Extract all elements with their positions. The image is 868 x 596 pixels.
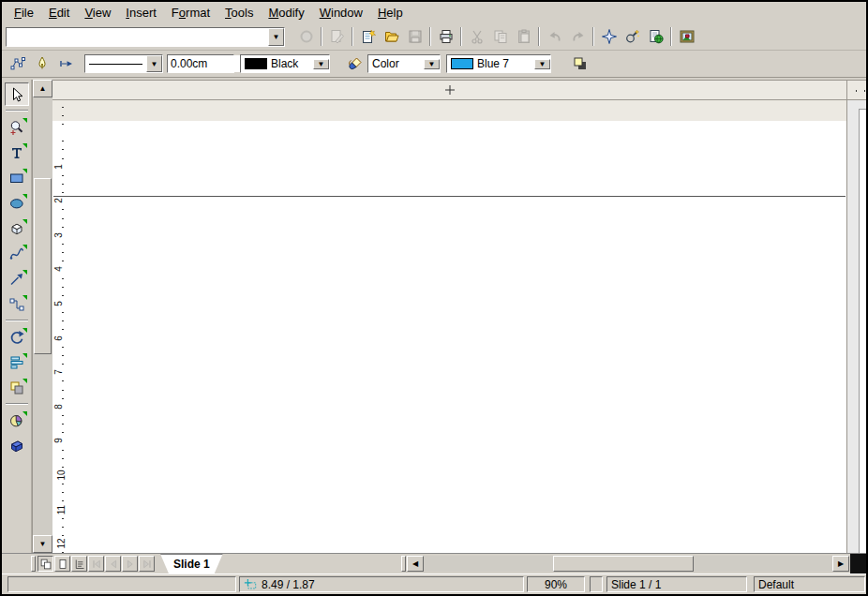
tool-ellipse-button[interactable] [5,191,29,215]
area-fill-button[interactable] [343,52,367,75]
load-url-dropdown-button[interactable]: ▼ [268,28,284,46]
line-style-dropdown-button[interactable]: ▼ [146,55,162,72]
scrollbar-splitter[interactable] [401,556,406,572]
submenu-flag [22,245,27,249]
area-style-dropdown-button[interactable]: ▼ [424,59,440,69]
area-style-combo[interactable]: Color ▼ [367,54,441,73]
toolbox-separator [6,403,28,405]
toolbox-separator [6,320,28,321]
shadow-button[interactable] [568,52,591,75]
load-url-combo[interactable]: ▼ [6,27,285,47]
ruler-origin-corner[interactable] [52,80,847,100]
area-color-combo[interactable]: Blue 7 ▼ [446,54,551,73]
arrow-style-button[interactable] [54,52,78,75]
horizontal-scroll-thumb[interactable] [553,556,694,572]
tool-zoom-button[interactable] [5,115,29,139]
print-button[interactable] [434,25,457,48]
gallery-button[interactable] [675,25,698,48]
scroll-up-button[interactable]: ▲ [33,80,52,97]
last-slide-button [139,556,155,572]
tool-connector-button[interactable] [5,292,29,316]
status-zoom-field[interactable]: 90% [527,576,585,592]
tool-insert-button[interactable] [5,409,29,432]
view-master-button[interactable] [54,556,70,572]
view-slide-icon [40,559,52,570]
menu-modify[interactable]: Modify [261,3,311,22]
tool-curve-button[interactable] [5,242,29,265]
scroll-right-button[interactable]: ▶ [832,556,849,572]
submenu-flag [22,169,27,173]
slide-tab-label: Slide 1 [173,558,210,571]
scroll-down-button[interactable]: ▼ [33,535,52,553]
view-master-icon [57,559,68,570]
view-layer-button[interactable] [71,556,87,572]
edit-points-icon [10,56,25,71]
status-slide-field: Slide 1 / 1 [606,576,747,592]
navigator-button[interactable] [597,25,621,48]
zoom-button[interactable] [621,25,644,48]
vertical-scrollbar[interactable]: ▲ ▼ [32,80,52,553]
slide-title-text[interactable]: Hello, World. [860,447,866,516]
menu-edit[interactable]: Edit [41,3,77,22]
tool-arrange-button[interactable] [5,376,29,399]
submenu-flag [22,143,27,148]
slide-tab[interactable]: Slide 1 [160,554,223,574]
v-ruler-pointer [53,196,846,197]
new-document-button[interactable] [356,25,380,48]
submenu-flag [22,379,27,383]
menu-tools[interactable]: Tools [217,3,261,22]
v-ruler-number: 1 [53,164,64,170]
vertical-scroll-thumb[interactable] [34,178,52,354]
v-ruler-number: 5 [53,301,64,306]
nav-first-icon [91,559,102,570]
vertical-scroll-track[interactable] [33,97,52,535]
tool-rectangle-button[interactable] [5,166,29,189]
line-style-combo[interactable]: ▼ [84,54,163,73]
area-color-dropdown-button[interactable]: ▼ [534,59,550,69]
submenu-flag [22,194,27,199]
load-url-input[interactable] [7,28,268,46]
edit-file-icon [330,29,345,44]
tool-effects-3d-button[interactable] [5,434,29,457]
menu-window[interactable]: Window [312,3,370,22]
tabbar-splitter[interactable] [31,556,36,572]
vertical-ruler[interactable]: 123456789101112 [52,100,847,553]
gallery-picture-icon [680,29,695,44]
tool-rotate-button[interactable] [5,325,29,349]
edit-file-button [325,25,349,48]
copy-button [488,25,512,48]
menu-format[interactable]: Format [164,3,217,22]
menu-file[interactable]: File [7,3,41,22]
horizontal-scroll-track[interactable] [424,556,832,572]
menu-help[interactable]: Help [370,3,411,22]
slide-page[interactable]: Hello, World. [859,109,866,553]
line-width-spinbox[interactable]: ▲ ▼ [167,54,234,73]
edit-points-button[interactable] [6,52,29,75]
status-position-field: 8.49 / 1.87 [239,576,524,592]
horizontal-scrollbar[interactable]: ◀ ▶ [407,554,849,574]
menu-insert[interactable]: Insert [118,3,164,22]
hyperlink-button[interactable] [644,25,667,48]
line-button[interactable] [30,52,53,75]
scroll-left-button[interactable]: ◀ [407,556,424,572]
first-slide-button [88,556,104,572]
line-color-combo[interactable]: Black ▼ [240,54,330,73]
undo-button [543,25,566,48]
drawing-canvas[interactable]: Hello, World. [847,100,866,553]
line-color-dropdown-button[interactable]: ▼ [313,59,329,69]
menu-view[interactable]: View [77,3,118,22]
page-style: Default [758,578,794,591]
tool-alignment-button[interactable] [5,350,29,374]
view-slide-button[interactable] [37,556,53,572]
tool-text-button[interactable] [5,141,29,164]
status-style-field[interactable]: Default [754,576,865,592]
tool-lines-arrows-button[interactable] [5,267,29,291]
horizontal-ruler[interactable]: 123456789101112131415161718192021 [847,80,866,100]
window-resize-corner[interactable] [850,554,866,574]
tool-objects-3d-button[interactable] [5,216,29,240]
line-color-label: Black [271,57,313,70]
ruler-origin-icon [443,83,456,97]
submenu-flag [22,411,27,416]
open-button[interactable] [380,25,403,48]
tool-select-button[interactable] [5,82,29,106]
